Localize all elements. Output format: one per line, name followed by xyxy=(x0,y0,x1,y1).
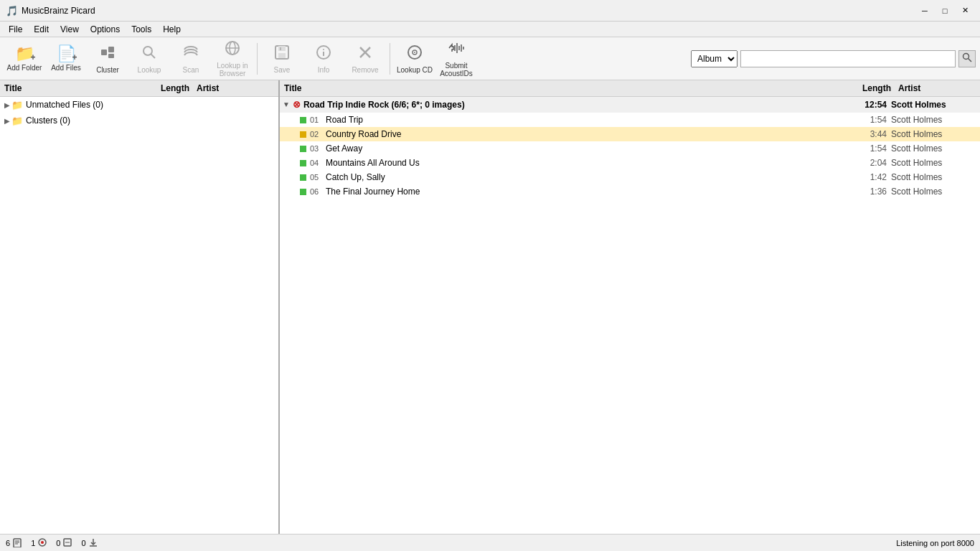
lookup-cd-button[interactable]: Lookup CD xyxy=(395,40,435,77)
album-expand-icon[interactable]: ▼ xyxy=(283,100,290,108)
lookup-cd-label: Lookup CD xyxy=(397,66,433,74)
unmatched-files-item[interactable]: ▶ 📁 Unmatched Files (0) xyxy=(0,97,278,113)
search-button[interactable] xyxy=(958,50,976,67)
track-num-6: 06 xyxy=(310,187,326,196)
info-icon xyxy=(315,44,332,64)
track-row-3[interactable]: 03 Get Away 1:54 Scott Holmes xyxy=(280,141,980,156)
pending-count: 1 xyxy=(31,539,35,547)
submit-acoustid-icon xyxy=(448,39,465,60)
menu-file[interactable]: File xyxy=(3,23,28,36)
svg-point-20 xyxy=(963,54,969,60)
svg-rect-9 xyxy=(278,46,286,51)
left-length-col: Length xyxy=(153,82,192,95)
scan-button[interactable]: Scan xyxy=(171,40,211,77)
track-title-4: Mountains All Around Us xyxy=(326,158,852,168)
track-num-4: 04 xyxy=(310,159,326,167)
clusters-label: Clusters (0) xyxy=(26,116,70,126)
right-length-col: Length xyxy=(854,82,894,95)
clusters-item[interactable]: ▶ 📁 Clusters (0) xyxy=(0,113,278,128)
track-title-3: Get Away xyxy=(326,143,852,154)
track-length-3: 1:54 xyxy=(852,143,891,154)
search-filter-select[interactable]: Album Artist Track xyxy=(691,50,738,67)
track-row-2[interactable]: 02 Country Road Drive 3:44 Scott Holmes xyxy=(280,127,980,141)
track-artist-5: Scott Holmes xyxy=(891,172,977,182)
lookup-button[interactable]: Lookup xyxy=(129,40,169,77)
track-row-1[interactable]: 01 Road Trip 1:54 Scott Holmes xyxy=(280,113,980,127)
add-folder-label: Add Folder xyxy=(7,64,42,72)
track-num-1: 01 xyxy=(310,116,326,124)
track-title-1: Road Trip xyxy=(326,115,852,125)
modified-icon xyxy=(62,537,72,549)
toolbar: 📁 + Add Folder 📄 + Add Files Cluster xyxy=(0,37,980,80)
app-title: MusicBrainz Picard xyxy=(22,6,915,16)
lookup-cd-icon xyxy=(406,44,423,64)
menu-tools[interactable]: Tools xyxy=(126,23,157,36)
svg-rect-22 xyxy=(14,539,21,547)
lookup-browser-label: Lookup in Browser xyxy=(213,62,252,77)
track-row-4[interactable]: 04 Mountains All Around Us 2:04 Scott Ho… xyxy=(280,156,980,170)
maximize-button[interactable]: □ xyxy=(936,4,954,18)
track-row-6[interactable]: 06 The Final Journey Home 1:36 Scott Hol… xyxy=(280,184,980,199)
svg-rect-0 xyxy=(101,50,107,55)
album-length: 12:54 xyxy=(852,100,891,110)
menu-options[interactable]: Options xyxy=(85,23,126,36)
add-folder-icon: 📁 + xyxy=(15,46,34,62)
unmatched-expand-icon: ▶ xyxy=(4,101,10,109)
add-files-button[interactable]: 📄 + Add Files xyxy=(46,40,86,77)
info-button[interactable]: Info xyxy=(303,40,344,77)
toolbar-sep-2 xyxy=(390,43,390,75)
svg-point-14 xyxy=(323,49,324,50)
files-count: 6 xyxy=(6,539,10,547)
lookup-browser-button[interactable]: Lookup in Browser xyxy=(212,40,253,77)
save-button[interactable]: Save xyxy=(262,40,302,77)
left-title-col: Title xyxy=(0,82,153,95)
track-artist-4: Scott Holmes xyxy=(891,158,977,168)
menu-help[interactable]: Help xyxy=(157,23,187,36)
save-icon xyxy=(273,44,291,64)
track-row-5[interactable]: 05 Catch Up, Sally 1:42 Scott Holmes xyxy=(280,170,980,184)
track-title-2: Country Road Drive xyxy=(326,129,852,139)
svg-rect-1 xyxy=(108,47,114,52)
menubar: File Edit View Options Tools Help xyxy=(0,22,980,37)
svg-point-27 xyxy=(41,541,44,544)
track-title-6: The Final Journey Home xyxy=(326,187,852,197)
track-artist-3: Scott Holmes xyxy=(891,143,977,154)
remove-button[interactable]: Remove xyxy=(345,40,385,77)
track-status-icon-6 xyxy=(300,189,306,195)
close-button[interactable]: ✕ xyxy=(956,4,974,18)
lookup-label: Lookup xyxy=(138,66,161,74)
download-icon xyxy=(88,537,98,549)
left-artist-col: Artist xyxy=(192,82,278,95)
add-folder-button[interactable]: 📁 + Add Folder xyxy=(4,40,44,77)
scan-icon xyxy=(182,44,199,64)
save-label: Save xyxy=(274,66,291,74)
track-status-icon-5 xyxy=(300,174,306,181)
main-area: Title Length Artist ▶ 📁 Unmatched Files … xyxy=(0,80,980,534)
search-input[interactable] xyxy=(740,50,956,67)
submit-acoustid-button[interactable]: Submit AcoustIDs xyxy=(436,40,476,77)
add-files-icon: 📄 + xyxy=(57,46,76,62)
pending-icon xyxy=(37,537,47,549)
left-pane-header: Title Length Artist xyxy=(0,80,278,97)
cluster-label: Cluster xyxy=(96,66,119,74)
menu-view[interactable]: View xyxy=(55,23,85,36)
track-artist-6: Scott Holmes xyxy=(891,187,977,197)
track-num-2: 02 xyxy=(310,130,326,138)
info-label: Info xyxy=(318,66,330,74)
minimize-button[interactable]: ─ xyxy=(915,4,934,18)
lookup-browser-icon xyxy=(224,39,241,60)
track-length-2: 3:44 xyxy=(852,129,891,139)
unmatched-files-label: Unmatched Files (0) xyxy=(26,100,103,110)
track-length-1: 1:54 xyxy=(852,115,891,125)
svg-line-21 xyxy=(969,59,972,62)
search-area: Album Artist Track xyxy=(691,50,976,67)
album-artist: Scott Holmes xyxy=(891,100,977,110)
cluster-button[interactable]: Cluster xyxy=(88,40,128,77)
album-row[interactable]: ▼ ⊗ Road Trip Indie Rock (6/6; 6*; 0 ima… xyxy=(280,97,980,113)
left-pane: Title Length Artist ▶ 📁 Unmatched Files … xyxy=(0,80,280,534)
right-title-col: Title xyxy=(280,82,854,95)
track-status-icon-4 xyxy=(300,160,306,166)
scan-label: Scan xyxy=(183,66,199,74)
svg-rect-2 xyxy=(108,54,114,58)
menu-edit[interactable]: Edit xyxy=(28,23,55,36)
